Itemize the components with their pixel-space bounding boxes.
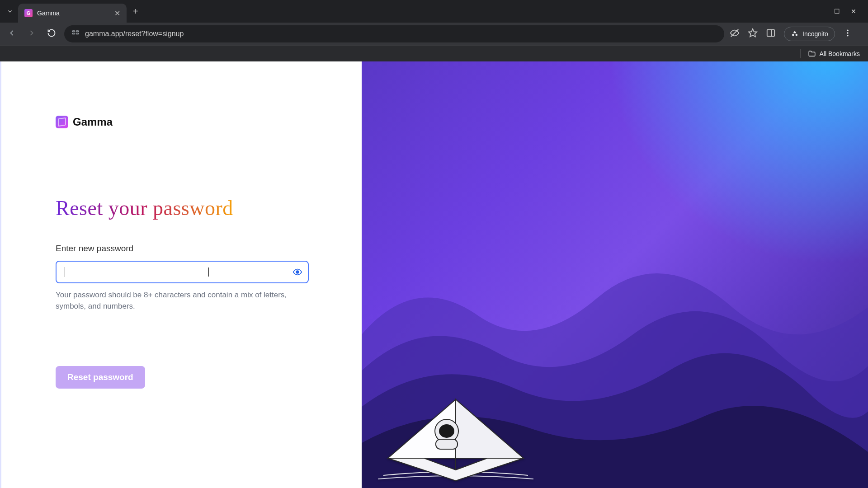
browser-menu-button[interactable] [843,28,852,40]
brand-name: Gamma [73,116,113,128]
side-panel-button[interactable] [766,28,776,40]
arrow-left-icon [7,28,16,38]
window-close-button[interactable]: ✕ [851,8,856,15]
svg-rect-0 [72,31,75,32]
password-hint: Your password should be 8+ characters an… [56,290,309,312]
site-settings-icon[interactable] [71,29,80,39]
brand: Gamma [56,116,307,128]
address-bar[interactable]: gamma.app/reset?flow=signup [64,25,724,42]
window-maximize-button[interactable]: ☐ [834,8,840,15]
svg-rect-2 [72,33,75,34]
form-pane: Gamma Reset your password Enter new pass… [0,61,362,488]
arrow-right-icon [27,28,36,38]
svg-rect-6 [767,29,775,36]
incognito-icon [791,30,799,38]
svg-rect-3 [76,33,79,34]
toolbar-right: Incognito [730,27,852,41]
paper-boat-illustration [374,390,537,488]
svg-point-11 [296,271,299,273]
incognito-badge[interactable]: Incognito [784,27,835,41]
nav-forward-button[interactable] [24,27,39,42]
password-input[interactable] [56,261,309,283]
tab-title: Gamma [37,9,110,17]
artwork-pane [362,61,868,488]
kebab-icon [843,28,852,38]
browser-chrome: G Gamma ✕ + — ☐ ✕ gamma.app/reset?flow=s… [0,0,868,61]
eye-icon [292,267,302,277]
page-heading: Reset your password [56,196,307,220]
svg-marker-5 [749,28,757,36]
window-controls: — ☐ ✕ [817,8,864,15]
svg-point-8 [847,29,848,31]
incognito-label: Incognito [802,30,828,38]
svg-rect-1 [76,31,79,32]
window-minimize-button[interactable]: — [817,8,823,15]
folder-icon [808,50,816,58]
nav-back-button[interactable] [5,27,19,42]
browser-toolbar: gamma.app/reset?flow=signup Incognito [0,23,868,45]
text-cursor-icon [208,267,209,277]
bookmarks-bar: All Bookmarks [0,45,868,61]
password-label: Enter new password [56,244,307,253]
tab-search-dropdown[interactable] [4,5,16,18]
svg-point-10 [847,35,848,36]
browser-tab[interactable]: G Gamma ✕ [18,4,127,23]
url-text: gamma.app/reset?flow=signup [85,30,184,38]
nav-reload-button[interactable] [44,27,59,42]
tab-favicon-icon: G [24,9,33,17]
tab-strip: G Gamma ✕ + — ☐ ✕ [0,0,868,23]
svg-rect-18 [436,439,458,449]
new-tab-button[interactable]: + [128,6,143,17]
page-content: Gamma Reset your password Enter new pass… [0,61,868,488]
text-caret [65,267,65,277]
toggle-password-visibility-button[interactable] [292,266,303,278]
bookmarks-divider [800,49,801,58]
password-input-wrap [56,261,309,283]
reload-icon [47,28,56,38]
reset-password-button[interactable]: Reset password [56,366,145,389]
svg-point-9 [847,32,848,33]
all-bookmarks-label: All Bookmarks [820,50,860,57]
tracking-blocked-icon[interactable] [730,28,740,40]
svg-marker-14 [456,399,524,458]
tab-close-button[interactable]: ✕ [114,9,120,18]
chevron-down-icon [7,8,13,14]
bookmark-star-button[interactable] [748,28,758,40]
all-bookmarks-button[interactable]: All Bookmarks [808,50,860,58]
brand-logo-icon [56,116,68,128]
svg-point-17 [439,424,454,438]
